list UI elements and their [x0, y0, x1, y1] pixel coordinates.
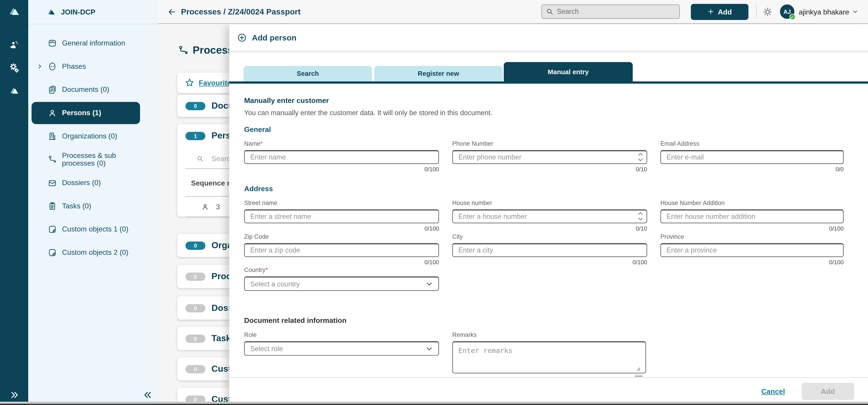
char-counter: 0/0	[660, 166, 844, 173]
sidebar-item-label: Dossiers (0)	[62, 179, 101, 187]
sidebar-item-documents[interactable]: Documents (0)	[32, 78, 140, 102]
stepper-up-icon	[638, 152, 643, 156]
field-label: Province	[660, 233, 844, 240]
country-select[interactable]: Select a country	[244, 277, 439, 291]
count-badge: 1	[185, 132, 205, 140]
email-input[interactable]	[660, 150, 844, 164]
sidebar-item-phases[interactable]: Phases	[32, 55, 140, 78]
form-heading: Manually enter customer	[244, 96, 868, 105]
sidebar-item-label: General information	[62, 39, 125, 47]
clipped-char-counter	[452, 376, 646, 377]
drawer-footer: Cancel Add	[229, 377, 868, 405]
field-label: Email Address	[660, 140, 844, 147]
drawer-header: Add person	[229, 24, 868, 52]
sidebar-item-dossiers[interactable]: Dossiers (0)	[32, 171, 140, 195]
horizontal-scrollbar[interactable]	[0, 402, 868, 404]
chevron-down-icon	[426, 345, 433, 352]
province-input[interactable]	[660, 243, 844, 257]
brand-mini-icon[interactable]	[8, 85, 20, 97]
clipboard-icon	[48, 201, 57, 211]
number-stepper[interactable]	[638, 211, 643, 221]
sidebar-item-custom-objects-1[interactable]: Custom objects 1 (0)	[32, 218, 140, 241]
topbar-divider	[756, 4, 756, 19]
sidebar-item-organizations[interactable]: Organizations (0)	[32, 125, 140, 148]
person-icon	[48, 108, 57, 118]
search-icon	[196, 155, 204, 163]
sidebar-item-tasks[interactable]: Tasks (0)	[32, 194, 140, 218]
remarks-field: Remarks	[452, 331, 647, 377]
phone-input[interactable]	[452, 150, 647, 164]
brand-name: JOIN-DCP	[61, 8, 95, 16]
user-name[interactable]: ajinkya bhakare	[799, 7, 849, 16]
house-addition-input[interactable]	[660, 209, 844, 223]
page-title: Process	[193, 45, 234, 57]
count-badge: 0	[185, 102, 205, 110]
sidebar-item-label: Persons (1)	[62, 109, 101, 117]
settings-gears-icon[interactable]	[8, 62, 20, 74]
zip-input[interactable]	[244, 243, 439, 257]
count-badge: 0	[185, 304, 205, 312]
select-placeholder: Select role	[250, 345, 283, 352]
tab-search[interactable]: Search	[244, 66, 372, 82]
char-counter: 0/100	[244, 166, 439, 173]
count-badge: 0	[185, 335, 205, 343]
favourite-link[interactable]: Favourite	[199, 79, 231, 87]
field-label: Phone Number	[452, 140, 647, 147]
city-field: City 0/100	[452, 233, 647, 266]
remarks-textarea[interactable]	[452, 341, 646, 373]
form-description: You can manually enter the customer data…	[244, 109, 868, 117]
star-icon	[184, 78, 195, 88]
expand-rail-button[interactable]	[0, 390, 28, 399]
add-button[interactable]: Add	[691, 4, 748, 20]
field-label: Country*	[244, 266, 439, 274]
status-check-icon	[789, 14, 796, 20]
city-input[interactable]	[452, 243, 647, 257]
sidebar-item-label: Phases	[62, 63, 86, 70]
tab-manual-entry[interactable]: Manual entry	[504, 62, 632, 82]
house-addition-field: House Number Addition 0/100	[660, 199, 844, 232]
sidebar-item-general-information[interactable]: General information	[32, 32, 140, 55]
char-counter: 0/10	[452, 166, 647, 173]
window-bottom-edge	[0, 404, 868, 405]
country-field: Country* Select a country	[244, 266, 439, 291]
char-counter: 0/100	[660, 259, 844, 266]
sidebar-item-label: Processes & sub processes (0)	[62, 152, 136, 168]
add-person-drawer: Add person Search Register new Manual en…	[229, 24, 868, 405]
sidebar-item-label: Organizations (0)	[62, 133, 117, 140]
sidebar-item-label: Custom objects 1 (0)	[62, 225, 128, 233]
tab-register-new[interactable]: Register new	[374, 66, 503, 82]
tab-underline	[229, 82, 868, 84]
required-asterisk: *	[266, 266, 268, 273]
brand-logo-small-icon	[46, 7, 57, 17]
gear-icon[interactable]	[762, 6, 773, 18]
zip-field: Zip Code 0/100	[244, 233, 439, 266]
avatar[interactable]: AJ	[780, 4, 795, 19]
documents-icon	[48, 85, 57, 94]
global-search	[541, 4, 680, 19]
cancel-button[interactable]: Cancel	[761, 387, 785, 396]
collapse-sidebar-button[interactable]	[143, 390, 153, 399]
name-input[interactable]	[244, 150, 439, 164]
back-arrow-icon[interactable]	[167, 7, 177, 17]
house-number-input[interactable]	[452, 209, 647, 223]
dossier-icon	[48, 178, 57, 187]
sidebar-item-label: Custom objects 2 (0)	[62, 249, 128, 256]
person-icon	[201, 203, 209, 211]
sidebar-item-custom-objects-2[interactable]: Custom objects 2 (0)	[32, 241, 140, 264]
number-stepper[interactable]	[638, 152, 643, 162]
chevron-right-icon[interactable]	[37, 64, 42, 69]
add-person-submit-button[interactable]: Add	[802, 383, 854, 400]
street-input[interactable]	[244, 209, 439, 223]
global-search-input[interactable]	[541, 4, 680, 19]
sidebar-item-processes-sub[interactable]: Processes & sub processes (0)	[32, 148, 140, 171]
chevron-down-icon[interactable]	[852, 9, 858, 14]
count-badge: 0	[185, 241, 205, 250]
manual-entry-form: Manually enter customer You can manually…	[229, 84, 868, 377]
sidebar-item-persons[interactable]: Persons (1)	[32, 102, 140, 124]
role-select[interactable]: Select role	[244, 341, 439, 356]
count-badge: 0	[185, 272, 205, 281]
chevron-down-icon	[426, 280, 433, 288]
province-field: Province 0/100	[660, 233, 844, 266]
sidebar: JOIN-DCP General information Phases Docu…	[28, 0, 158, 405]
workspace-icon[interactable]	[8, 39, 20, 52]
